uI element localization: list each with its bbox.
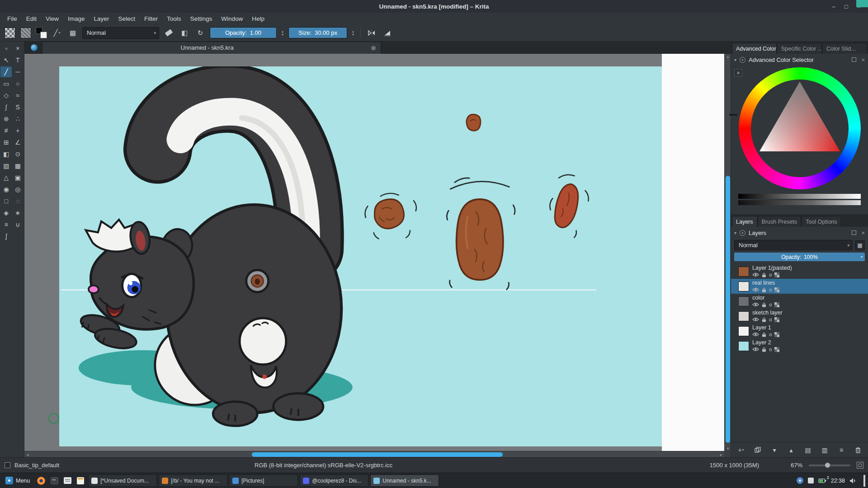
spin-down-icon[interactable]: ▾ (282, 33, 283, 36)
tool-fill[interactable]: ◧ (0, 149, 12, 160)
scroll-up-icon[interactable]: ▴ (725, 54, 731, 59)
tool-poly-select[interactable]: ◈ (0, 207, 12, 218)
shade-selector[interactable] (738, 194, 861, 205)
tray-clipboard-icon[interactable] (808, 478, 814, 483)
menu-item[interactable]: File (3, 14, 22, 23)
layer-lock-icon[interactable] (762, 347, 766, 352)
move-layer-up-button[interactable]: ▴ (785, 445, 797, 455)
panel-tab[interactable]: Color Slid... (822, 43, 867, 54)
statusbar-checkbox[interactable] (5, 462, 10, 468)
tool-zoom[interactable]: ◎ (12, 184, 24, 195)
battery-indicator[interactable]: 2 (818, 479, 826, 483)
duplicate-layer-button[interactable] (752, 445, 764, 455)
collapse-icon[interactable]: ▾ (734, 230, 736, 235)
layer-visibility-icon[interactable] (752, 287, 759, 292)
tool-crop[interactable]: # (0, 125, 12, 136)
tool-measure[interactable]: ∠ (12, 137, 24, 148)
gradient-chooser-button[interactable] (4, 27, 16, 39)
docker-tab[interactable]: Tool Options (802, 216, 841, 227)
menu-item[interactable]: Edit (22, 14, 41, 23)
tool-contiguous-select[interactable]: ∗ (12, 207, 24, 218)
add-layer-button[interactable]: + ▾ (735, 445, 747, 455)
vertical-scrollbar-thumb[interactable] (726, 176, 730, 443)
layer-opacity-slider[interactable]: Opacity: 100% ▾ (734, 253, 865, 261)
layer-blending-mode-select[interactable]: Normal ▾ (734, 240, 853, 250)
layer-alpha-lock-icon[interactable]: α (769, 317, 772, 322)
taskbar-window-button[interactable]: [*Unsaved Docum... (88, 474, 157, 487)
eraser-mode-button[interactable] (162, 27, 175, 39)
files-launcher[interactable] (62, 474, 73, 487)
tool-magnetic-select[interactable]: ∪ (12, 219, 24, 230)
layer-inherit-alpha-icon[interactable] (774, 317, 779, 322)
menu-item[interactable]: Window (217, 14, 247, 23)
layer-row[interactable]: Layer 1(pasted) α (731, 264, 868, 279)
opacity-slider[interactable]: Opacity: 1.00 (210, 27, 277, 38)
show-desktop-button[interactable] (863, 475, 865, 487)
tool-bezier[interactable]: ∫ (0, 102, 12, 113)
menu-item[interactable]: Select (113, 14, 140, 23)
saturation-value-triangle[interactable] (739, 67, 861, 189)
float-toolbox[interactable]: ▫ (0, 43, 12, 54)
layer-lock-icon[interactable] (762, 332, 766, 337)
tool-reference-images[interactable]: ▣ (12, 172, 24, 183)
layer-alpha-lock-icon[interactable]: α (769, 302, 772, 307)
layer-visibility-icon[interactable] (752, 347, 759, 352)
tool-move[interactable]: + (12, 125, 24, 136)
tool-gradient[interactable]: ▨ (0, 160, 12, 171)
menu-item[interactable]: Help (247, 14, 269, 23)
docker-tab[interactable]: Brush Presets (758, 216, 802, 227)
move-layer-down-button[interactable]: ▾ (769, 445, 780, 455)
tool-color-sampler[interactable]: ⊙ (12, 149, 24, 160)
reload-preset-button[interactable]: ↻ (194, 27, 207, 39)
layer-inherit-alpha-icon[interactable] (774, 347, 779, 352)
taskbar-window-button[interactable]: Unnamed - skn5.k... (370, 474, 439, 487)
close-docker-icon[interactable]: × (861, 56, 865, 63)
layer-alpha-lock-icon[interactable]: α (769, 272, 772, 277)
layer-inherit-alpha-icon[interactable] (774, 272, 779, 277)
canvas-mode-icon[interactable] (857, 462, 863, 469)
size-spinner[interactable]: ▴ ▾ (350, 30, 356, 36)
delete-layer-button[interactable] (852, 445, 864, 455)
tab-close-icon[interactable]: ⊗ (371, 44, 376, 52)
layer-inherit-alpha-icon[interactable] (774, 302, 779, 307)
layer-lock-icon[interactable] (762, 317, 766, 322)
layer-alpha-lock-icon[interactable]: α (769, 347, 772, 352)
taskbar-window-button[interactable]: [Pictures] (229, 474, 298, 487)
pattern-chooser-button[interactable] (19, 27, 32, 39)
tool-pan[interactable]: ◉ (0, 184, 12, 195)
menu-item[interactable]: Filter (140, 14, 162, 23)
tool-ellipse[interactable]: ○ (12, 78, 24, 89)
layer-row[interactable]: color α (731, 294, 868, 309)
tool-freehand-brush[interactable]: ╱ (0, 66, 12, 77)
tool-bezier-select[interactable]: ʃ (0, 231, 12, 242)
menu-item[interactable]: Layer (90, 14, 114, 23)
tool-polyline[interactable]: ≈ (12, 90, 24, 101)
tool-rect-select[interactable]: □ (0, 196, 12, 206)
float-docker-icon[interactable] (852, 230, 856, 235)
panel-tab[interactable]: Specific Color ... (777, 43, 822, 54)
opacity-spinner[interactable]: ▴ ▾ (280, 30, 285, 36)
layer-row[interactable]: real lines α (731, 279, 868, 294)
shade-strip[interactable] (738, 194, 861, 199)
tray-app-icon[interactable] (797, 477, 803, 484)
tool-line[interactable]: ─ (12, 66, 24, 77)
tool-select-shapes[interactable]: ↖ (0, 55, 12, 66)
layer-lock-icon[interactable] (762, 272, 766, 277)
layer-inherit-alpha-icon[interactable] (774, 287, 779, 292)
brush-presets-button[interactable]: ▦ (66, 27, 79, 39)
close-toolbox[interactable]: × (12, 43, 24, 54)
layer-row[interactable]: sketch layer α (731, 309, 868, 324)
titlebar[interactable]: Unnamed - skn5.kra [modified] – Krita – … (0, 0, 868, 13)
layer-visibility-icon[interactable] (752, 302, 759, 307)
layer-alpha-lock-icon[interactable]: α (769, 287, 772, 292)
layer-filter-button[interactable]: ▦ (855, 240, 865, 250)
spin-down-icon[interactable]: ▾ (352, 33, 354, 36)
color-wheel[interactable] (739, 67, 861, 189)
layer-alpha-lock-icon[interactable]: α (769, 332, 772, 337)
brush-blending-mode-select[interactable]: Normal ▾ (82, 27, 159, 39)
layer-row[interactable]: Layer 2 α (731, 338, 868, 353)
brush-editor-button[interactable]: ╱ ▾ (51, 27, 63, 39)
scroll-left-icon[interactable]: ◂ (24, 451, 31, 458)
preserve-alpha-button[interactable]: ◧ (178, 27, 191, 39)
mirror-vertical-button[interactable] (381, 27, 394, 39)
